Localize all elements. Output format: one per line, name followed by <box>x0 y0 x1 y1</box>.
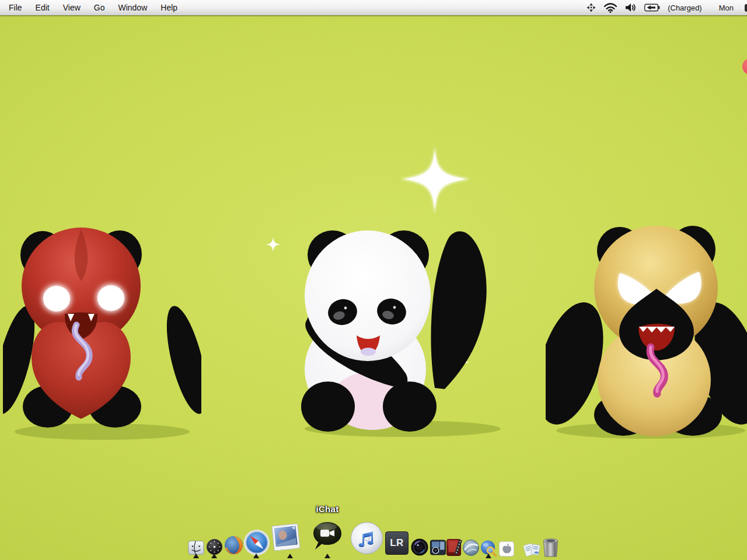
menu-file[interactable]: File <box>9 3 22 12</box>
itunes-icon <box>350 521 384 555</box>
dock-item-itunes[interactable] <box>350 521 384 555</box>
menu-view[interactable]: View <box>63 3 81 12</box>
dock-item-quicksilver[interactable] <box>206 538 223 555</box>
battery-status-label: (Charged) <box>668 4 702 12</box>
dock-item-documents[interactable] <box>522 541 542 558</box>
camera-lens-icon <box>410 538 429 556</box>
dock-item-camera-lens[interactable] <box>410 538 429 556</box>
dock-item-safari[interactable] <box>243 529 270 556</box>
gold-panda-artwork <box>546 218 747 442</box>
dock-item-apple-box[interactable] <box>498 541 515 557</box>
dock-item-video-app[interactable] <box>446 538 462 556</box>
trash-icon <box>541 536 560 558</box>
menu-edit[interactable]: Edit <box>36 3 50 12</box>
dock-item-photo-editor[interactable] <box>430 539 446 556</box>
iphoto-icon <box>269 522 302 555</box>
apple-box-icon <box>498 541 515 557</box>
menu-list: File Edit View Go Window Help <box>9 0 177 15</box>
menu-bar: File Edit View Go Window Help <box>0 0 747 16</box>
menu-go[interactable]: Go <box>94 3 105 12</box>
battery-icon[interactable] <box>644 4 660 12</box>
dock-item-trash[interactable] <box>541 536 560 558</box>
sherlock-icon <box>480 540 497 557</box>
menu-window[interactable]: Window <box>118 3 147 12</box>
dock-item-lightroom[interactable]: LR <box>385 531 409 555</box>
status-area: (Charged) Mon <box>587 0 747 15</box>
finder-icon <box>188 540 204 556</box>
dock-item-finder[interactable] <box>188 540 204 556</box>
ichat-icon <box>310 520 345 555</box>
clipped-red-circle <box>742 58 747 75</box>
volume-icon[interactable] <box>625 3 637 12</box>
red-panda-artwork <box>3 225 201 443</box>
wifi-icon[interactable] <box>603 3 617 13</box>
lightroom-logo-text: LR <box>385 531 409 555</box>
desktop: File Edit View Go Window Help <box>0 0 747 560</box>
menu-help[interactable]: Help <box>160 3 177 12</box>
white-panda-artwork <box>257 225 502 438</box>
dock-item-iphoto[interactable] <box>269 522 302 555</box>
documents-icon <box>522 541 542 558</box>
video-app-icon <box>446 538 462 556</box>
sparkle-large <box>400 146 470 215</box>
clock-day-label[interactable]: Mon <box>719 4 734 12</box>
dock-item-sherlock[interactable] <box>480 540 497 557</box>
dock-hover-label: iChat <box>298 504 357 514</box>
globe-app-icon <box>462 539 480 556</box>
firefox-icon <box>224 535 244 555</box>
quicksilver-icon <box>206 538 223 555</box>
dock-item-globe-app[interactable] <box>462 539 480 556</box>
dock-item-ichat[interactable] <box>310 520 345 555</box>
safari-icon <box>243 529 270 556</box>
four-arrows-icon[interactable] <box>587 3 596 12</box>
dock-item-firefox[interactable] <box>224 535 244 555</box>
photo-editor-icon <box>430 539 446 556</box>
clipped-menu-extra-icon <box>745 4 747 12</box>
